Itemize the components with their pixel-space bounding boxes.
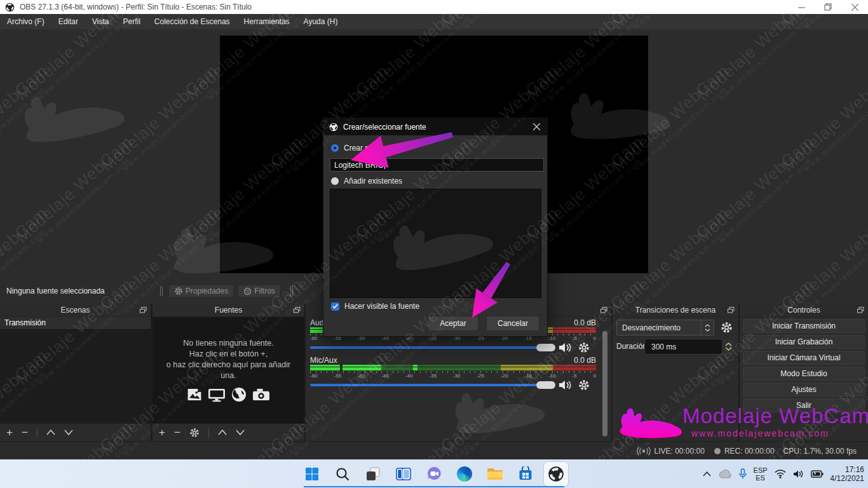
- remove-source-button[interactable]: −: [174, 427, 180, 438]
- controls-dock-header[interactable]: Controles: [740, 304, 868, 317]
- sources-empty-area[interactable]: No tienes ninguna fuente. Haz clic en el…: [153, 317, 304, 424]
- transition-selected-value: Desvanecimiento: [617, 323, 701, 332]
- exit-button[interactable]: Salir: [743, 398, 865, 412]
- search-button[interactable]: [330, 462, 355, 486]
- transition-select[interactable]: Desvanecimiento: [616, 320, 714, 336]
- db-scale-label: -20: [501, 373, 508, 379]
- radio-selected-icon[interactable]: [331, 144, 339, 152]
- widgets-button[interactable]: [391, 462, 416, 486]
- microsoft-store-icon: [518, 466, 533, 482]
- source-properties-button[interactable]: [189, 428, 200, 438]
- source-name-input[interactable]: Logitech BRIO: [330, 158, 544, 172]
- dialog-close-button[interactable]: [526, 118, 547, 135]
- window-title: OBS 27.1.3 (64-bit, windows) - Perfil: S…: [20, 3, 252, 11]
- popout-icon[interactable]: [140, 307, 147, 313]
- add-existing-radio-row[interactable]: Añadir existentes: [331, 177, 402, 186]
- popout-icon[interactable]: [294, 307, 301, 313]
- chevron-up-icon: [705, 324, 710, 327]
- mic-aux-track: Mic/Aux 0.0 dB -60-55-50-45-40-35-30-25-…: [310, 356, 596, 390]
- task-view-button[interactable]: [361, 462, 385, 486]
- mic-aux-volume-slider[interactable]: [310, 381, 553, 389]
- duration-input[interactable]: 300 ms: [644, 339, 729, 355]
- properties-button[interactable]: Propiedades: [168, 285, 234, 297]
- scene-item-transmision[interactable]: Transmisión: [0, 317, 151, 330]
- db-scale-label: 0: [593, 373, 595, 379]
- minimize-button[interactable]: [788, 0, 815, 14]
- desktop-audio-volume-slider[interactable]: [310, 344, 553, 351]
- popout-icon[interactable]: [600, 307, 607, 313]
- transition-select-spinner[interactable]: [701, 320, 714, 335]
- transitions-dock-header[interactable]: Transiciones de escena: [613, 304, 738, 317]
- start-recording-button[interactable]: Iniciar Grabación: [743, 335, 865, 349]
- slider-handle[interactable]: [536, 381, 555, 389]
- wifi-icon[interactable]: [775, 470, 786, 478]
- db-scale-label: -5: [572, 373, 576, 379]
- menu-ayuda[interactable]: Ayuda (H): [297, 14, 345, 29]
- sources-dock: Fuentes No tienes ninguna fuente. Haz cl…: [153, 304, 304, 441]
- add-scene-button[interactable]: +: [6, 427, 13, 438]
- battery-icon[interactable]: [811, 470, 824, 478]
- edge-button[interactable]: [452, 462, 477, 486]
- db-scale-label: -60: [310, 373, 318, 379]
- chat-button[interactable]: [422, 462, 446, 486]
- popout-icon[interactable]: [857, 307, 864, 313]
- slider-handle[interactable]: [536, 344, 555, 351]
- search-icon: [335, 466, 350, 482]
- move-scene-up-button[interactable]: [46, 430, 55, 435]
- microphone-icon[interactable]: [739, 468, 747, 479]
- menu-perfil[interactable]: Perfil: [116, 14, 147, 29]
- menu-coleccion-escenas[interactable]: Colección de Escenas: [147, 14, 237, 29]
- menu-bar: Archivo (F) Editar Vista Perfil Colecció…: [0, 14, 868, 29]
- language-bottom: ES: [754, 474, 768, 482]
- scenes-dock-header[interactable]: Escenas: [0, 304, 151, 317]
- obs-app-icon: [5, 3, 15, 12]
- existing-sources-list[interactable]: [330, 189, 541, 298]
- tray-chevron-up-icon[interactable]: [703, 471, 711, 477]
- clock[interactable]: 17:16 4/12/2021: [831, 465, 864, 483]
- speaker-icon[interactable]: [559, 380, 573, 390]
- sources-dock-header[interactable]: Fuentes: [153, 304, 304, 317]
- start-streaming-button[interactable]: Iniciar Transmisión: [743, 319, 865, 333]
- create-new-radio-row[interactable]: Crear nuevo: [331, 144, 386, 152]
- close-button[interactable]: [841, 0, 868, 14]
- studio-mode-button[interactable]: Modo Estudio: [743, 367, 865, 381]
- accept-button[interactable]: Aceptar: [428, 316, 478, 331]
- transition-settings-button[interactable]: [718, 319, 735, 336]
- menu-vista[interactable]: Vista: [85, 14, 116, 29]
- filters-button[interactable]: Filtros: [238, 285, 281, 297]
- file-explorer-button[interactable]: [483, 462, 507, 486]
- radio-unselected-icon[interactable]: [331, 177, 339, 185]
- start-virtual-camera-button[interactable]: Iniciar Cámara Virtual: [743, 351, 865, 365]
- speaker-icon[interactable]: [559, 342, 573, 353]
- scenes-title: Escenas: [60, 306, 90, 315]
- store-button[interactable]: [513, 462, 538, 486]
- cancel-button[interactable]: Cancelar: [486, 316, 539, 331]
- menu-herramientas[interactable]: Herramientas: [237, 14, 297, 29]
- obs-taskbar-button[interactable]: [544, 462, 568, 486]
- popout-icon[interactable]: [728, 307, 735, 313]
- check-icon: [332, 304, 338, 309]
- move-source-up-button[interactable]: [218, 430, 227, 435]
- checkbox-checked-icon[interactable]: [331, 302, 339, 311]
- volume-icon[interactable]: [793, 470, 804, 478]
- language-indicator[interactable]: ESP ES: [754, 466, 768, 482]
- remove-scene-button[interactable]: −: [22, 427, 28, 438]
- move-source-down-button[interactable]: [236, 430, 245, 435]
- obs-icon: [329, 123, 338, 132]
- db-scale-label: -10: [548, 336, 556, 341]
- duration-spinner[interactable]: [722, 339, 735, 355]
- menu-editar[interactable]: Editar: [51, 14, 85, 29]
- make-visible-label: Hacer visible la fuente: [344, 302, 419, 311]
- make-visible-row[interactable]: Hacer visible la fuente: [331, 302, 419, 311]
- restore-button[interactable]: [815, 0, 841, 14]
- settings-button[interactable]: Ajustes: [743, 383, 865, 396]
- move-scene-down-button[interactable]: [64, 430, 73, 435]
- mixer-scrollbar[interactable]: [602, 331, 607, 437]
- no-source-status: Ninguna fuente seleccionada: [6, 287, 105, 295]
- add-source-button[interactable]: +: [159, 427, 165, 438]
- onedrive-cloud-icon[interactable]: [718, 470, 732, 478]
- audio-settings-gear-icon[interactable]: [578, 379, 590, 391]
- menu-archivo[interactable]: Archivo (F): [0, 14, 51, 29]
- start-button[interactable]: [300, 462, 324, 486]
- audio-settings-gear-icon[interactable]: [578, 342, 590, 353]
